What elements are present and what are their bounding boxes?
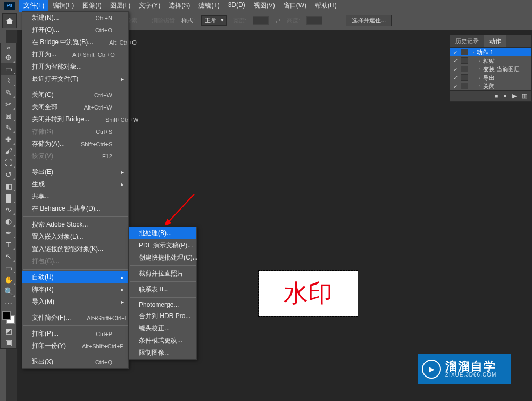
- record-icon[interactable]: ●: [503, 93, 507, 99]
- file-menu-item-30[interactable]: 打印(P)...Ctrl+P: [22, 328, 128, 340]
- file-menu-item-2[interactable]: 在 Bridge 中浏览(B)...Alt+Ctrl+O: [22, 36, 128, 48]
- file-menu-item-8[interactable]: 关闭全部Alt+Ctrl+W: [22, 101, 128, 113]
- file-menu-item-16[interactable]: 共享...: [22, 190, 128, 203]
- action-box-3[interactable]: [461, 74, 468, 81]
- auto-menu-item-9[interactable]: 合并到 HDR Pro...: [129, 310, 196, 322]
- auto-menu-item-11[interactable]: 条件模式更改...: [129, 335, 196, 347]
- action-box-0[interactable]: [461, 49, 468, 55]
- file-menu-item-20[interactable]: 置入嵌入对象(L)...: [22, 231, 128, 243]
- tool-more[interactable]: ⋯: [1, 297, 16, 309]
- file-menu-item-21[interactable]: 置入链接的智能对象(K)...: [22, 243, 128, 255]
- action-check-4[interactable]: ✓: [452, 83, 459, 90]
- tool-type[interactable]: T: [1, 239, 16, 250]
- file-menu-item-14[interactable]: 导出(E): [22, 166, 128, 178]
- tool-frame[interactable]: ⊠: [1, 110, 16, 122]
- tool-zoom[interactable]: 🔍: [1, 286, 16, 297]
- menu-编辑(E)[interactable]: 编辑(E): [48, 0, 78, 12]
- tool-brush[interactable]: 🖌: [1, 145, 16, 157]
- tool-eraser[interactable]: ◧: [1, 180, 16, 192]
- tool-quick-select[interactable]: ✎: [1, 87, 16, 98]
- action-check-2[interactable]: ✓: [452, 66, 459, 73]
- menu-图层(L)[interactable]: 图层(L): [106, 0, 135, 12]
- menu-文件(F)[interactable]: 文件(F): [19, 0, 48, 12]
- auto-menu-item-4[interactable]: 裁剪并拉直照片: [129, 268, 196, 280]
- tool-crop[interactable]: ✂: [1, 98, 16, 110]
- action-check-3[interactable]: ✓: [452, 74, 459, 81]
- menu-滤镜(T)[interactable]: 滤镜(T): [194, 0, 223, 12]
- action-box-1[interactable]: [461, 57, 468, 64]
- tool-rectangle[interactable]: ▭: [1, 262, 16, 274]
- select-and-mask-button[interactable]: 选择并遮住...: [346, 15, 392, 26]
- tool-blur[interactable]: ∿: [1, 204, 16, 215]
- file-menu-item-9[interactable]: 关闭并转到 Bridge...Shift+Ctrl+W: [22, 113, 128, 126]
- home-icon[interactable]: [2, 13, 17, 28]
- tool-stamp[interactable]: ⛶: [1, 157, 16, 169]
- file-menu-item-33[interactable]: 退出(X)Ctrl+Q: [22, 356, 128, 368]
- action-row-0[interactable]: ✓›动作 1: [450, 48, 531, 56]
- file-menu-item-7[interactable]: 关闭(C)Ctrl+W: [22, 89, 128, 101]
- menu-帮助(H)[interactable]: 帮助(H): [311, 0, 341, 12]
- file-menu-item-5[interactable]: 最近打开文件(T): [22, 73, 128, 85]
- auto-menu-item-2[interactable]: 创建快捷批处理(C)...: [129, 252, 196, 264]
- file-menu-item-28[interactable]: 文件简介(F)...Alt+Shift+Ctrl+I: [22, 312, 128, 324]
- menu-图像(I)[interactable]: 图像(I): [78, 0, 105, 12]
- action-row-2[interactable]: ✓›变换 当前图层: [450, 65, 531, 73]
- file-menu-item-25[interactable]: 脚本(R): [22, 283, 128, 296]
- file-menu-item-4[interactable]: 打开为智能对象...: [22, 61, 128, 73]
- action-expand-3[interactable]: ›: [477, 75, 483, 80]
- antialias-checkbox[interactable]: [144, 18, 149, 23]
- opt-style-select[interactable]: 正常 ▾: [201, 15, 227, 26]
- action-row-3[interactable]: ✓›导出: [450, 73, 531, 82]
- action-expand-4[interactable]: ›: [477, 83, 483, 89]
- file-menu-item-24[interactable]: 自动(U): [22, 271, 128, 283]
- tool-history-brush[interactable]: ↺: [1, 169, 16, 180]
- screenmode-icon[interactable]: ▣: [1, 337, 16, 348]
- stop-icon[interactable]: ■: [495, 93, 498, 99]
- folder-icon[interactable]: ▥: [522, 93, 527, 99]
- tool-marquee[interactable]: ▭: [1, 63, 16, 75]
- tool-lasso[interactable]: ⌇: [1, 75, 16, 87]
- file-menu-item-0[interactable]: 新建(N)...Ctrl+N: [22, 12, 128, 24]
- opt-height-box[interactable]: [306, 16, 322, 25]
- menu-窗口(W)[interactable]: 窗口(W): [279, 0, 311, 12]
- action-row-1[interactable]: ✓›粘贴: [450, 56, 531, 65]
- file-menu-item-31[interactable]: 打印一份(Y)Alt+Shift+Ctrl+P: [22, 340, 128, 352]
- menu-选择(S)[interactable]: 选择(S): [164, 0, 194, 12]
- tab-actions[interactable]: 动作: [484, 35, 506, 47]
- action-check-1[interactable]: ✓: [452, 57, 459, 64]
- opt-antialias[interactable]: 消除锯齿: [144, 16, 175, 24]
- action-expand-2[interactable]: ›: [477, 66, 483, 72]
- auto-menu-item-1[interactable]: PDF 演示文稿(P)...: [129, 239, 196, 252]
- action-expand-1[interactable]: ›: [477, 58, 483, 63]
- file-menu-item-17[interactable]: 在 Behance 上共享(D)...: [22, 203, 128, 215]
- tool-eyedropper[interactable]: ✎: [1, 122, 16, 133]
- menu-视图(V)[interactable]: 视图(V): [250, 0, 279, 12]
- tool-dodge[interactable]: ◐: [1, 215, 16, 227]
- opt-width-box[interactable]: [253, 16, 269, 25]
- tool-hand[interactable]: ✋: [1, 274, 16, 286]
- tab-history[interactable]: 历史记录: [450, 35, 484, 47]
- tool-path-select[interactable]: ↖: [1, 250, 16, 262]
- swap-icon[interactable]: ⇄: [275, 17, 280, 24]
- menu-3D(D)[interactable]: 3D(D): [224, 0, 250, 12]
- tool-heal[interactable]: ✚: [1, 133, 16, 145]
- action-box-4[interactable]: [461, 83, 468, 89]
- auto-menu-item-10[interactable]: 镜头校正...: [129, 322, 196, 335]
- action-box-2[interactable]: [461, 66, 468, 72]
- file-menu-item-11[interactable]: 存储为(A)...Shift+Ctrl+S: [22, 138, 128, 150]
- action-check-0[interactable]: ✓: [452, 49, 459, 56]
- play-icon[interactable]: ▶: [512, 93, 517, 99]
- file-menu-item-26[interactable]: 导入(M): [22, 296, 128, 308]
- tool-gradient[interactable]: █: [1, 192, 16, 204]
- action-row-4[interactable]: ✓›关闭: [450, 82, 531, 90]
- auto-menu-item-8[interactable]: Photomerge...: [129, 299, 196, 310]
- tool-pen[interactable]: ✒: [1, 227, 16, 239]
- menu-文字(Y)[interactable]: 文字(Y): [135, 0, 164, 12]
- action-expand-0[interactable]: ›: [470, 49, 477, 55]
- file-menu-item-3[interactable]: 打开为...Alt+Shift+Ctrl+O: [22, 48, 128, 61]
- file-menu-item-19[interactable]: 搜索 Adobe Stock...: [22, 219, 128, 231]
- auto-menu-item-0[interactable]: 批处理(B)...: [129, 227, 196, 239]
- toolbar-collapse[interactable]: «: [1, 44, 16, 52]
- file-menu-item-1[interactable]: 打开(O)...Ctrl+O: [22, 24, 128, 36]
- quickmask-icon[interactable]: ◩: [1, 325, 16, 337]
